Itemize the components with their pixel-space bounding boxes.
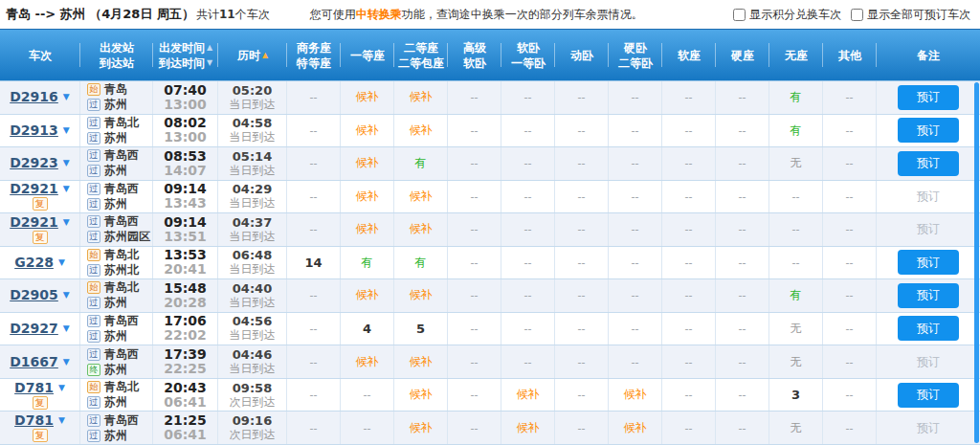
expand-arrow-icon[interactable]: ▼ xyxy=(63,322,70,336)
vertical-scrollbar-thumb[interactable] xyxy=(974,82,979,443)
seat-value: -- xyxy=(739,421,746,435)
arrive-day-label: 次日到达 xyxy=(230,428,276,442)
train-number-link[interactable]: D2927 xyxy=(10,322,58,336)
train-number-link[interactable]: D2913 xyxy=(10,123,58,138)
seat-value: -- xyxy=(846,355,854,369)
train-number-link[interactable]: D1667 xyxy=(10,355,58,369)
expand-arrow-icon[interactable]: ▼ xyxy=(63,182,70,196)
train-number-link[interactable]: D2923 xyxy=(10,156,58,170)
seat-value: -- xyxy=(310,222,318,236)
train-cell: D2923▼ xyxy=(0,147,80,180)
seat-value: 有 xyxy=(791,288,802,302)
book-button[interactable]: 预订 xyxy=(898,250,959,275)
seat-value: -- xyxy=(846,123,854,138)
header-text: 软卧 xyxy=(463,56,486,71)
seat-value: -- xyxy=(739,388,746,402)
train-row: D1667▼过青岛西终苏州17:3922:2504:46当日到达--候补候补--… xyxy=(0,345,980,379)
train-number-link[interactable]: D2916 xyxy=(10,90,58,104)
expand-arrow-icon[interactable]: ▼ xyxy=(63,215,70,230)
train-line: D2916▼ xyxy=(10,90,70,104)
train-number-link[interactable]: D781 xyxy=(14,381,54,395)
seat-availability-cell: -- xyxy=(716,81,769,114)
seat-availability-cell: 候补 xyxy=(394,345,448,378)
all-bookable-option: 显示全部可预订车次 xyxy=(851,7,970,23)
seat-value: 无 xyxy=(791,355,802,369)
expand-arrow-icon[interactable]: ▼ xyxy=(58,381,65,395)
seat-availability-cell: 候补 xyxy=(341,81,394,114)
seat-availability-cell: -- xyxy=(287,115,341,147)
seat-value: -- xyxy=(632,189,639,204)
pass-station-icon: 过 xyxy=(87,132,100,145)
departure-station-name: 青岛西 xyxy=(104,413,139,428)
train-number-link[interactable]: D2921 xyxy=(10,182,58,196)
stations-cell: 过青岛西过苏州 xyxy=(80,313,153,345)
book-button[interactable]: 预订 xyxy=(898,283,959,308)
arrive-day-label: 当日到达 xyxy=(230,230,276,244)
stations-cell: 始青岛北过苏州 xyxy=(80,279,153,312)
seat-value: -- xyxy=(632,123,639,138)
expand-arrow-icon[interactable]: ▼ xyxy=(63,355,70,369)
column-header-出发时间[interactable]: 出发时间▲到达时间▼ xyxy=(153,30,218,80)
seat-value: 候补 xyxy=(410,288,433,302)
book-button[interactable]: 预订 xyxy=(898,118,959,143)
seat-availability-cell: -- xyxy=(823,247,877,279)
expand-arrow-icon[interactable]: ▼ xyxy=(63,90,70,104)
train-number-link[interactable]: D2905 xyxy=(10,288,58,302)
seat-value: -- xyxy=(685,288,693,302)
arrival-station: 终苏州 xyxy=(80,362,152,377)
points-trains-option: 显示积分兑换车次 xyxy=(733,7,841,23)
sort-desc-icon[interactable]: ▼ xyxy=(207,59,212,67)
sort-asc-icon[interactable]: ▲ xyxy=(262,52,268,59)
duration-cell: 04:37当日到达 xyxy=(218,213,287,246)
header-text: 特等座 xyxy=(297,56,331,71)
column-header-车次: 车次 xyxy=(0,30,80,80)
departure-station: 始青岛北 xyxy=(80,280,152,296)
transfer-link[interactable]: 中转换乘 xyxy=(356,8,402,21)
book-button[interactable]: 预订 xyxy=(898,316,959,341)
column-header-历时[interactable]: 历时▲ xyxy=(218,30,287,80)
departure-time: 09:14 xyxy=(164,215,207,230)
duration-value: 05:20 xyxy=(233,83,272,98)
seat-value: 候补 xyxy=(410,222,433,236)
header-label: 出发时间▲ xyxy=(159,40,212,56)
expand-arrow-icon[interactable]: ▼ xyxy=(58,256,65,270)
train-number-link[interactable]: D2921 xyxy=(10,215,58,230)
train-cell: D2927▼ xyxy=(0,313,80,345)
book-button[interactable]: 预订 xyxy=(898,85,959,110)
duration-value: 04:37 xyxy=(233,215,272,230)
book-button-disabled: 预订 xyxy=(917,222,940,236)
seat-availability-cell: 候补 xyxy=(609,412,662,444)
table-header-row: 车次出发站到达站出发时间▲到达时间▼历时▲商务座特等座一等座二等座二等包座高级软… xyxy=(0,29,980,81)
header-label: 其他 xyxy=(838,48,861,63)
seat-availability-cell: -- xyxy=(555,412,609,444)
seat-availability-cell: -- xyxy=(501,345,555,378)
train-number-link[interactable]: G228 xyxy=(14,256,54,270)
seat-availability-cell: -- xyxy=(609,213,662,246)
seat-value: 有 xyxy=(415,256,427,270)
book-button[interactable]: 预订 xyxy=(898,383,959,408)
seat-availability-cell: 候补 xyxy=(394,81,448,114)
sort-asc-icon[interactable]: ▲ xyxy=(207,44,212,52)
seat-availability-cell: 候补 xyxy=(394,412,448,444)
train-number-link[interactable]: D781 xyxy=(14,413,54,428)
header-label: 二等座 xyxy=(404,40,438,56)
arrival-station: 过苏州 xyxy=(80,98,152,113)
seat-value: -- xyxy=(685,90,693,104)
expand-arrow-icon[interactable]: ▼ xyxy=(63,156,70,170)
expand-arrow-icon[interactable]: ▼ xyxy=(63,123,70,138)
seat-availability-cell: -- xyxy=(823,412,877,444)
stations-cell: 过青岛西过苏州 xyxy=(80,147,153,180)
header-text: 硬卧 xyxy=(624,40,647,56)
column-header-硬座: 硬座 xyxy=(716,30,769,80)
column-header-动卧: 动卧 xyxy=(555,30,609,80)
stations-cell: 始青岛北过苏州北 xyxy=(80,247,153,279)
seat-availability-cell: -- xyxy=(716,412,769,444)
expand-arrow-icon[interactable]: ▼ xyxy=(58,413,65,428)
seat-availability-cell: 4 xyxy=(341,313,394,345)
show-all-bookable-checkbox[interactable] xyxy=(851,9,863,21)
seat-availability-cell: 候补 xyxy=(394,181,448,213)
expand-arrow-icon[interactable]: ▼ xyxy=(63,288,70,302)
book-button[interactable]: 预订 xyxy=(898,151,959,176)
arrival-station: 过苏州北 xyxy=(80,262,152,278)
show-points-trains-checkbox[interactable] xyxy=(733,9,746,21)
